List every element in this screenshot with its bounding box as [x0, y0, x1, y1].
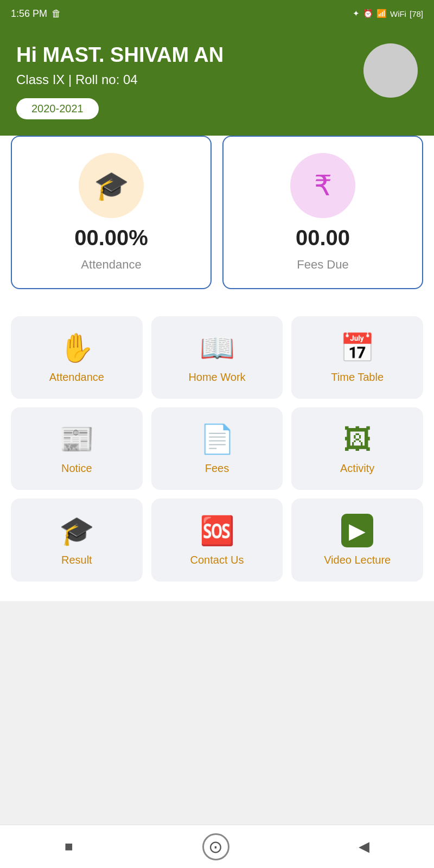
alarm-icon: ⏰ — [363, 9, 373, 18]
menu-notice-label: Notice — [61, 462, 92, 475]
play-icon: ▶ — [341, 514, 373, 547]
nav-square-button[interactable]: ■ — [65, 838, 73, 855]
menu-contactus-label: Contact Us — [190, 554, 244, 566]
menu-activity-label: Activity — [340, 462, 374, 475]
menu-result-label: Result — [61, 554, 92, 566]
menu-fees-label: Fees — [205, 462, 229, 475]
calendar-icon: 📅 — [340, 331, 375, 365]
cards-section: 🎓 00.00% Attendance ₹ 00.00 Fees Due — [0, 136, 434, 305]
menu-contactus[interactable]: 🆘 Contact Us — [151, 499, 283, 582]
rupee-icon: ₹ — [314, 169, 332, 202]
menu-timetable-label: Time Table — [331, 371, 384, 384]
year-badge[interactable]: 2020-2021 — [16, 98, 99, 119]
wifi-icon: WiFi — [390, 9, 406, 18]
status-left: 1:56 PM 🗑 — [11, 8, 61, 20]
help-icon: 🆘 — [200, 514, 235, 547]
greeting-text: Hi MAST. SHIVAM AN — [16, 43, 418, 67]
fees-label: Fees Due — [297, 258, 348, 272]
menu-videolecture[interactable]: ▶ Video Lecture — [291, 499, 423, 582]
menu-homework[interactable]: 📖 Home Work — [151, 316, 283, 399]
grid-row-1: ✋ Attendance 📖 Home Work 📅 Time Table — [11, 316, 423, 399]
attendance-label: Attendance — [81, 258, 141, 272]
book-icon: 📖 — [200, 331, 235, 365]
fees-card[interactable]: ₹ 00.00 Fees Due — [222, 136, 423, 289]
grid-row-3: 🎓 Result 🆘 Contact Us ▶ Video Lecture — [11, 499, 423, 582]
student-icon: 🎓 — [94, 169, 129, 202]
nav-home-button[interactable]: ⊙ — [202, 833, 229, 860]
fees-card-icon-circle: ₹ — [290, 153, 355, 218]
image-icon: 🖼 — [343, 423, 372, 456]
nav-back-button[interactable]: ◀ — [359, 838, 369, 855]
news-icon: 📰 — [59, 423, 94, 456]
status-bar: 1:56 PM 🗑 ✦ ⏰ 📶 WiFi [78] — [0, 0, 434, 27]
battery-indicator: [78] — [410, 9, 423, 18]
menu-videolecture-label: Video Lecture — [324, 554, 391, 566]
bottom-nav: ■ ⊙ ◀ — [0, 825, 434, 868]
trash-icon: 🗑 — [52, 8, 61, 20]
signal-icon: 📶 — [376, 9, 387, 18]
grid-row-2: 📰 Notice 📄 Fees 🖼 Activity — [11, 407, 423, 490]
menu-result[interactable]: 🎓 Result — [11, 499, 143, 582]
grid-section: ✋ Attendance 📖 Home Work 📅 Time Table 📰 … — [0, 305, 434, 601]
menu-attendance-label: Attendance — [49, 371, 104, 384]
status-time: 1:56 PM — [11, 8, 47, 20]
class-info-text: Class IX | Roll no: 04 — [16, 72, 418, 87]
attendance-value: 00.00% — [74, 226, 148, 250]
menu-notice[interactable]: 📰 Notice — [11, 407, 143, 490]
avatar — [363, 43, 418, 98]
menu-timetable[interactable]: 📅 Time Table — [291, 316, 423, 399]
hand-icon: ✋ — [59, 331, 94, 365]
menu-fees[interactable]: 📄 Fees — [151, 407, 283, 490]
status-right: ✦ ⏰ 📶 WiFi [78] — [353, 9, 423, 18]
attendance-card[interactable]: 🎓 00.00% Attendance — [11, 136, 212, 289]
document-icon: 📄 — [200, 423, 235, 456]
attendance-card-icon-circle: 🎓 — [79, 153, 144, 218]
menu-activity[interactable]: 🖼 Activity — [291, 407, 423, 490]
fees-value: 00.00 — [296, 226, 350, 250]
cards-row: 🎓 00.00% Attendance ₹ 00.00 Fees Due — [11, 136, 423, 289]
menu-homework-label: Home Work — [188, 371, 245, 384]
bluetooth-icon: ✦ — [353, 9, 360, 18]
menu-attendance[interactable]: ✋ Attendance — [11, 316, 143, 399]
graduation-icon: 🎓 — [59, 514, 94, 547]
